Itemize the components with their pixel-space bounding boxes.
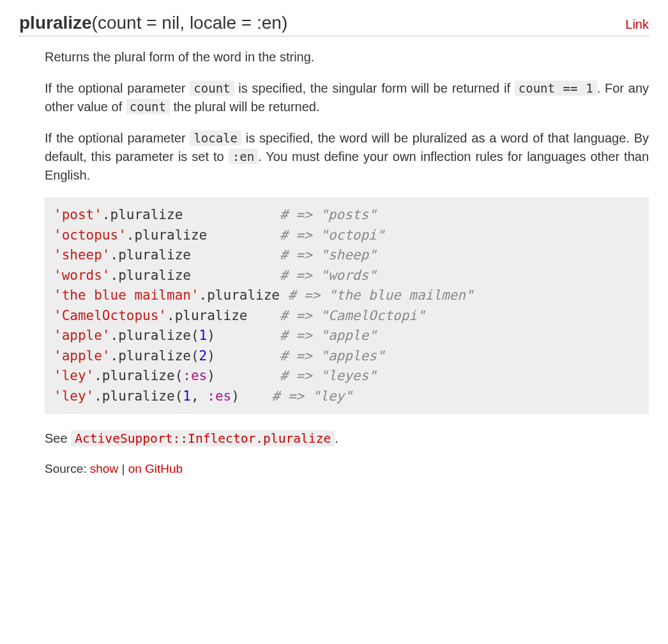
method-args: (count = nil, locale = :en) [92, 13, 288, 33]
source-label: Source: [45, 462, 90, 475]
method-signature: pluralize(count = nil, locale = :en) [19, 13, 287, 33]
github-link[interactable]: on GitHub [128, 462, 183, 475]
code-count-2: count [126, 99, 170, 114]
code-example: 'post'.pluralize # => "posts" 'octopus'.… [45, 197, 649, 414]
method-header: pluralize(count = nil, locale = :en) Lin… [19, 13, 649, 36]
see-also: See ActiveSupport::Inflector.pluralize. [45, 429, 649, 448]
method-name: pluralize [19, 13, 92, 33]
code-locale: locale [190, 130, 241, 146]
code-en: :en [229, 149, 258, 164]
source-line: Source: show | on GitHub [45, 462, 649, 476]
show-source-link[interactable]: show [90, 462, 118, 475]
description-p1: Returns the plural form of the word in t… [45, 48, 649, 66]
method-body: Returns the plural form of the word in t… [19, 48, 649, 476]
permalink[interactable]: Link [625, 17, 649, 32]
code-count-eq-1: count == 1 [515, 80, 597, 96]
reference-link[interactable]: ActiveSupport::Inflector.pluralize [71, 431, 335, 447]
code-count: count [190, 80, 234, 96]
separator: | [118, 462, 128, 475]
description-p2: If the optional parameter count is speci… [45, 79, 649, 116]
description-p3: If the optional parameter locale is spec… [45, 129, 649, 185]
